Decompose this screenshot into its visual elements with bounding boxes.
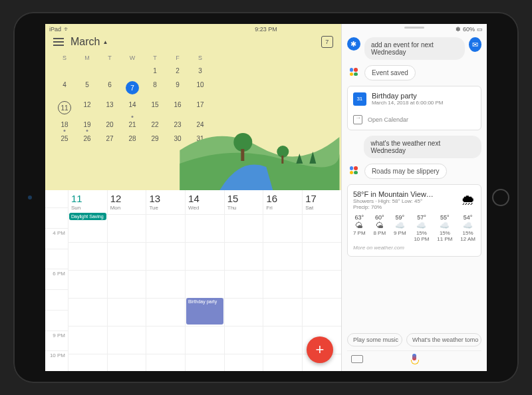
allday-event[interactable]: Daylight Saving bbox=[69, 213, 106, 220]
event-card[interactable]: 31 Birthday party March 14, 2018 at 6:00… bbox=[347, 86, 481, 130]
device-label: iPad bbox=[49, 26, 61, 33]
date-cell[interactable]: 29 bbox=[144, 132, 166, 146]
date-cell[interactable]: 8 bbox=[144, 78, 166, 98]
date-cell[interactable]: 19 bbox=[76, 118, 98, 132]
svg-rect-3 bbox=[282, 156, 284, 164]
date-cell[interactable]: 20 bbox=[98, 118, 121, 132]
day-column[interactable]: 12Mon bbox=[107, 190, 146, 371]
rain-icon: 🌧 bbox=[461, 192, 475, 209]
landscape-illustration bbox=[178, 90, 341, 190]
assistant-reply: Event saved bbox=[364, 65, 416, 80]
day-column[interactable]: 16Fri bbox=[263, 190, 302, 371]
status-bar: iPad ᯤ 9:23 PM ✽ 60% ▭ bbox=[45, 24, 487, 35]
date-cell[interactable]: 27 bbox=[98, 132, 121, 146]
date-cell[interactable]: 12 bbox=[76, 98, 98, 118]
date-cell[interactable]: 4 bbox=[53, 78, 76, 98]
assistant-logo-icon bbox=[347, 164, 360, 177]
home-button[interactable] bbox=[492, 189, 509, 206]
assistant-pane: ✱ add an event for next Wednesday ✉ Even… bbox=[341, 24, 487, 371]
more-weather-link[interactable]: More on weather.com bbox=[353, 245, 475, 251]
date-cell[interactable] bbox=[53, 64, 76, 78]
calendar-app: March▲ 7 SMTWTFS 12345678910111213141516… bbox=[45, 24, 341, 371]
battery-label: 60% bbox=[463, 26, 475, 33]
forecast-item: 63°🌤7 PM bbox=[353, 214, 366, 242]
calendar-event[interactable]: Birthday party bbox=[186, 298, 223, 325]
date-cell[interactable]: 14 bbox=[121, 98, 144, 118]
date-cell[interactable]: 28 bbox=[121, 132, 144, 146]
suggestion-chip[interactable]: Play some music bbox=[347, 333, 402, 346]
date-cell[interactable]: 26 bbox=[76, 132, 98, 146]
date-cell[interactable]: 15 bbox=[144, 98, 166, 118]
open-calendar-link[interactable]: Open Calendar bbox=[353, 111, 475, 124]
forecast-item: 57°☁️15%10 PM bbox=[414, 214, 429, 242]
suggestion-chip[interactable]: What's the weather tomo bbox=[406, 333, 481, 346]
date-cell[interactable] bbox=[76, 64, 98, 78]
date-cell[interactable] bbox=[121, 64, 144, 78]
date-cell[interactable]: 25 bbox=[53, 132, 76, 146]
ipad-frame: iPad ᯤ 9:23 PM ✽ 60% ▭ March▲ 7 SMTWTFS … bbox=[13, 12, 519, 383]
day-column[interactable]: 15Thu bbox=[224, 190, 263, 371]
camera-icon bbox=[28, 196, 32, 199]
add-event-button[interactable]: + bbox=[307, 336, 333, 363]
assistant-reply: Roads may be slippery bbox=[364, 164, 447, 179]
user-message: add an event for next Wednesday bbox=[364, 37, 465, 60]
forecast-item: 60°🌤8 PM bbox=[373, 214, 386, 242]
day-column[interactable]: 14WedBirthday party bbox=[185, 190, 224, 371]
debug-icon: ✱ bbox=[347, 37, 360, 51]
date-cell[interactable]: 3 bbox=[189, 64, 211, 78]
week-view[interactable]: 4 PM6 PM9 PM10 PM 11SunDaylight Saving12… bbox=[45, 190, 341, 371]
menu-icon[interactable] bbox=[53, 38, 64, 46]
mic-icon[interactable] bbox=[411, 354, 418, 364]
day-column[interactable]: 11SunDaylight Saving bbox=[68, 190, 107, 371]
open-icon bbox=[353, 115, 362, 124]
weather-card[interactable]: 58°F in Mountain View… Showers · High: 5… bbox=[347, 184, 481, 257]
forecast-item: 54°☁️15%12 AM bbox=[460, 214, 475, 242]
date-cell[interactable]: 6 bbox=[98, 78, 121, 98]
calendar-badge-icon: 31 bbox=[353, 92, 366, 106]
keyboard-icon[interactable] bbox=[351, 355, 363, 363]
date-cell[interactable]: 1 bbox=[144, 64, 166, 78]
date-cell[interactable] bbox=[98, 64, 121, 78]
date-cell[interactable]: 7 bbox=[121, 78, 144, 98]
inbox-icon[interactable]: ✉ bbox=[469, 37, 481, 52]
clock: 9:23 PM bbox=[255, 26, 277, 33]
assistant-logo-icon bbox=[347, 65, 360, 78]
forecast-item: 59°☁️9 PM bbox=[394, 214, 406, 242]
date-cell[interactable]: 13 bbox=[98, 98, 121, 118]
date-cell[interactable]: 2 bbox=[166, 64, 189, 78]
day-column[interactable]: 13Tue bbox=[146, 190, 185, 371]
date-cell[interactable]: 21 bbox=[121, 118, 144, 132]
date-cell[interactable]: 5 bbox=[76, 78, 98, 98]
today-button[interactable]: 7 bbox=[321, 36, 333, 48]
month-selector[interactable]: March▲ bbox=[70, 36, 108, 48]
date-cell[interactable]: 11 bbox=[53, 98, 76, 118]
svg-point-0 bbox=[234, 133, 253, 152]
date-cell[interactable]: 22 bbox=[144, 118, 166, 132]
user-message: what's the weather next Wednesday bbox=[364, 136, 481, 158]
date-cell[interactable]: 18 bbox=[53, 118, 76, 132]
forecast-item: 55°☁️15%11 PM bbox=[437, 214, 452, 242]
svg-rect-1 bbox=[241, 149, 245, 161]
